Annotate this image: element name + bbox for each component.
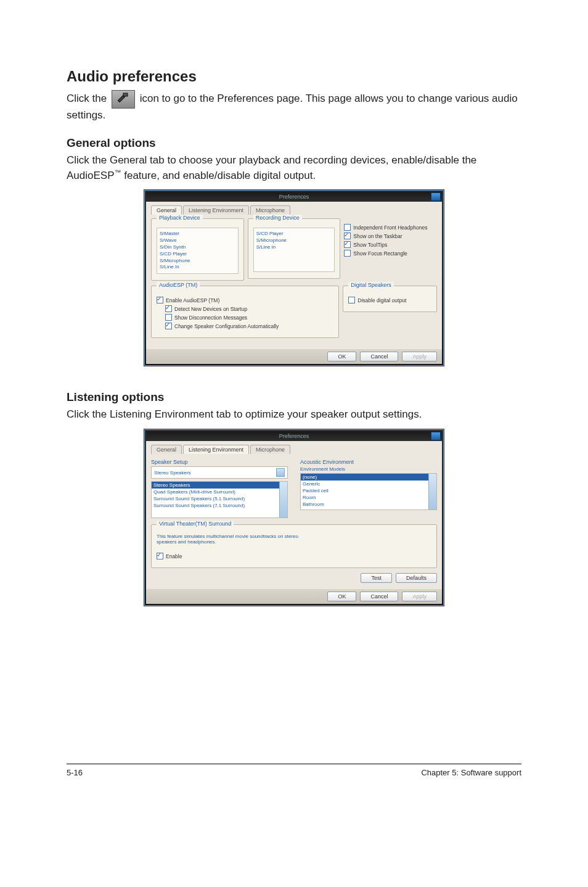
heading-listening-options: Listening options: [67, 390, 521, 404]
defaults-button[interactable]: Defaults: [396, 573, 437, 583]
list-item[interactable]: Generic: [301, 481, 436, 487]
paragraph-listening-desc: Click the Listening Environment tab to o…: [67, 408, 521, 422]
list-item[interactable]: Room: [301, 494, 436, 501]
tab-listening-environment[interactable]: Listening Environment: [183, 445, 249, 454]
dialog-titlebar: Preferences: [146, 431, 442, 441]
heading-general-options: General options: [67, 136, 521, 150]
dialog-title-text: Preferences: [279, 194, 309, 200]
check-label: Show ToolTips: [353, 242, 387, 248]
legend-audioesp: AudioESP (TM): [157, 282, 200, 288]
group-digital-speakers: Digital Speakers Disable digital output: [343, 286, 437, 312]
checkbox-virtual-theater-enable[interactable]: [157, 553, 163, 559]
check-label: Show on the Taskbar: [353, 233, 402, 239]
tab-microphone[interactable]: Microphone: [250, 445, 290, 454]
close-icon[interactable]: [431, 432, 441, 440]
list-item[interactable]: S/Line In: [160, 264, 235, 271]
ok-button[interactable]: OK: [327, 352, 356, 361]
list-item[interactable]: S/Microphone: [256, 237, 332, 244]
list-item[interactable]: S/Microphone: [160, 258, 235, 265]
virtual-theater-description: This feature simulates multichannel movi…: [157, 534, 304, 545]
checkbox-show-tooltips[interactable]: [344, 241, 351, 248]
list-item[interactable]: S/CD Player: [160, 251, 235, 258]
chevron-down-icon[interactable]: [276, 468, 285, 477]
page-footer: 5-16 Chapter 5: Software support: [67, 764, 521, 777]
label-acoustic-environment: Acoustic Environment: [300, 459, 437, 465]
check-label: Enable: [166, 553, 182, 559]
tab-general[interactable]: General: [151, 205, 182, 215]
preferences-dialog-general: Preferences General Listening Environmen…: [144, 190, 444, 366]
list-item[interactable]: Quad Speakers (Midi-drive Surround): [152, 489, 287, 495]
group-virtual-theater: Virtual Theater(TM) Surround This featur…: [151, 524, 437, 568]
checkbox-show-disconnection[interactable]: [165, 314, 172, 321]
scrollbar[interactable]: [428, 474, 436, 510]
combo-value: Stereo Speakers: [154, 470, 191, 476]
dialog-titlebar: Preferences: [146, 192, 442, 202]
footer-chapter: Chapter 5: Software support: [421, 768, 521, 777]
speaker-setup-list[interactable]: Stereo Speakers Quad Speakers (Midi-driv…: [151, 481, 288, 518]
text-general-2: feature, and enable/disable digital outp…: [121, 170, 316, 181]
label-environment-models: Environment Models: [300, 466, 437, 472]
check-label: Detect New Devices on Startup: [174, 306, 247, 312]
check-label: Enable AudioESP (TM): [166, 297, 219, 303]
legend-playback: Playback Device: [157, 215, 203, 221]
list-item[interactable]: Surround Sound Speakers (7.1 Surround): [152, 502, 287, 509]
heading-audio-preferences: Audio preferences: [67, 68, 521, 85]
list-item[interactable]: S/CD Player: [256, 231, 332, 237]
checkbox-detect-new-devices[interactable]: [165, 305, 172, 312]
apply-button[interactable]: Apply: [402, 352, 437, 361]
scrollbar[interactable]: [279, 482, 287, 518]
list-item[interactable]: Surround Sound Speakers (5.1 Surround): [152, 495, 287, 502]
speaker-setup-combo[interactable]: Stereo Speakers: [151, 466, 288, 479]
text-tm: ™: [115, 168, 121, 176]
list-item[interactable]: Bathroom: [301, 501, 436, 508]
list-item[interactable]: S/Line In: [256, 244, 332, 251]
tabs-row: General Listening Environment Microphone: [151, 445, 437, 454]
list-item[interactable]: S/Wave: [160, 237, 235, 244]
text-click-pre: Click the: [67, 93, 110, 104]
label-speaker-setup: Speaker Setup: [151, 459, 288, 465]
checkbox-independent-front-headphones[interactable]: [344, 224, 351, 231]
dialog-button-bar: OK Cancel Apply: [146, 589, 442, 604]
legend-digital: Digital Speakers: [348, 282, 394, 288]
footer-page-number: 5-16: [67, 768, 83, 777]
checkbox-enable-audioesp[interactable]: [157, 297, 163, 303]
list-item[interactable]: Stereo Speakers: [152, 482, 287, 489]
list-item[interactable]: S/Din Synth: [160, 244, 235, 251]
checkbox-change-speaker-config[interactable]: [165, 323, 172, 329]
tabs-row: General Listening Environment Microphone: [151, 205, 437, 215]
preferences-dialog-listening: Preferences General Listening Environmen…: [144, 429, 444, 606]
check-label: Show Disconnection Messages: [174, 315, 247, 321]
list-item[interactable]: (none): [301, 474, 436, 481]
group-audioesp: AudioESP (TM) Enable AudioESP (TM) Detec…: [151, 286, 339, 338]
check-label: Show Focus Rectangle: [353, 250, 407, 257]
group-recording-device: Recording Device S/CD Player S/Microphon…: [248, 218, 341, 279]
recording-device-list[interactable]: S/CD Player S/Microphone S/Line In: [253, 228, 335, 272]
close-icon[interactable]: [431, 192, 441, 201]
check-label: Independent Front Headphones: [353, 225, 427, 231]
dialog-button-bar: OK Cancel Apply: [146, 349, 442, 364]
checkbox-show-taskbar[interactable]: [344, 233, 351, 239]
playback-device-list[interactable]: S/Master S/Wave S/Din Synth S/CD Player …: [157, 228, 239, 274]
ok-button[interactable]: OK: [327, 592, 356, 601]
checkbox-disable-digital-output[interactable]: [348, 297, 355, 303]
svg-rect-0: [123, 93, 128, 96]
tab-general[interactable]: General: [151, 445, 182, 454]
environment-models-list[interactable]: (none) Generic Padded cell Room Bathroom: [300, 473, 437, 510]
test-button[interactable]: Test: [361, 573, 392, 583]
list-item[interactable]: S/Master: [160, 231, 235, 237]
group-playback-device: Playback Device S/Master S/Wave S/Din Sy…: [151, 218, 244, 281]
paragraph-click-icon: Click the icon to go to the Preferences …: [67, 90, 521, 123]
hammer-icon: [112, 90, 135, 109]
cancel-button[interactable]: Cancel: [360, 592, 398, 601]
apply-button[interactable]: Apply: [402, 592, 437, 601]
cancel-button[interactable]: Cancel: [360, 352, 398, 361]
checkbox-show-focus-rectangle[interactable]: [344, 250, 351, 257]
check-label: Disable digital output: [357, 297, 406, 303]
paragraph-general-desc: Click the General tab to choose your pla…: [67, 154, 521, 183]
dialog-title-text: Preferences: [279, 433, 309, 439]
tab-microphone[interactable]: Microphone: [250, 205, 290, 215]
tab-listening-environment[interactable]: Listening Environment: [183, 205, 249, 215]
legend-recording: Recording Device: [253, 215, 302, 221]
check-label: Change Speaker Configuration Automatical…: [174, 323, 279, 329]
list-item[interactable]: Padded cell: [301, 487, 436, 494]
